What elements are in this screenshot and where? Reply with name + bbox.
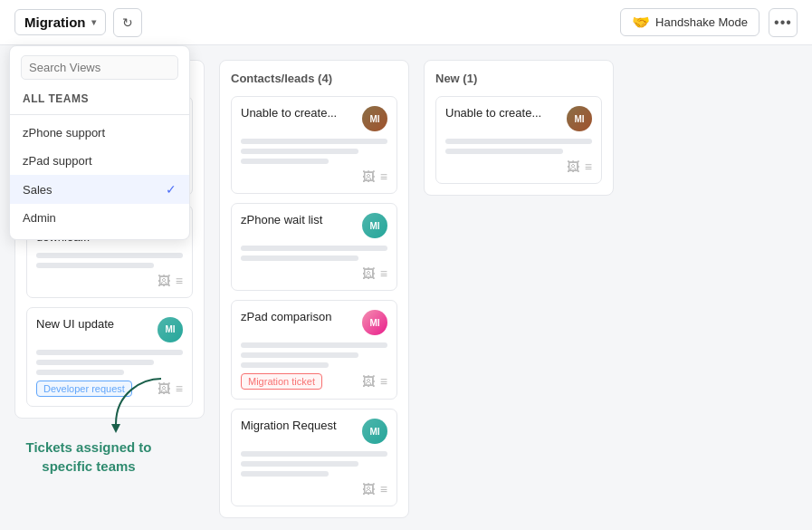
check-icon: ✓ [166, 182, 177, 197]
more-options-button[interactable]: ••• [769, 8, 798, 37]
column-new-header: New (1) [435, 72, 602, 85]
card-top: Unable to create... MI [241, 106, 387, 131]
card-top: zPad comparison MI [241, 310, 387, 335]
search-views-input[interactable] [21, 55, 178, 80]
skeleton-line [241, 342, 387, 348]
card-title: Unable to create... [241, 106, 357, 121]
migration-dropdown-button[interactable]: Migration ▾ [14, 9, 106, 35]
card-footer: 🖼 ≡ [241, 169, 387, 184]
handshake-label: Handshake Mode [655, 15, 748, 29]
avatar: MI [158, 317, 183, 342]
list-icon[interactable]: ≡ [380, 374, 387, 389]
column-contacts: Contacts/leads (4) Unable to create... M… [219, 60, 409, 518]
card-top: New UI update MI [36, 317, 183, 342]
avatar: MI [362, 106, 387, 131]
skeleton-line [36, 360, 154, 365]
list-icon[interactable]: ≡ [380, 482, 387, 496]
attachment-icon[interactable]: 🖼 [158, 274, 170, 288]
migration-title: Migration [24, 14, 86, 30]
avatar: MI [362, 419, 387, 444]
header-right: 🤝 Handshake Mode ••• [620, 8, 798, 37]
avatar: MI [362, 213, 387, 238]
list-icon[interactable]: ≡ [380, 169, 387, 184]
skeleton-line [241, 246, 387, 251]
skeleton-line [36, 350, 183, 355]
card-zpad-comparison[interactable]: zPad comparison MI Migration ticket 🖼 ≡ [231, 300, 397, 400]
card-unable-create-1[interactable]: Unable to create... MI 🖼 ≡ [231, 96, 397, 194]
card-zphone-wait[interactable]: zPhone wait list MI 🖼 ≡ [231, 203, 397, 291]
skeleton-line [241, 352, 358, 358]
dropdown-divider [10, 114, 189, 115]
card-actions: 🖼 ≡ [362, 374, 387, 389]
attachment-icon[interactable]: 🖼 [362, 266, 375, 281]
skeleton-line [445, 139, 592, 144]
card-title: zPad comparison [241, 310, 357, 325]
card-migration-request[interactable]: Migration Request MI 🖼 ≡ [231, 409, 397, 506]
card-unable-create-2[interactable]: Unable to create... MI 🖼 ≡ [435, 96, 602, 184]
zpad-label: zPad support [23, 154, 92, 168]
attachment-icon[interactable]: 🖼 [362, 374, 375, 389]
zphone-label: zPhone support [23, 126, 105, 140]
admin-label: Admin [23, 211, 56, 225]
card-top: Migration Request MI [241, 419, 387, 444]
handshake-mode-button[interactable]: 🤝 Handshake Mode [620, 8, 759, 36]
skeleton-line [241, 471, 329, 477]
card-title: Unable to create... [445, 106, 561, 121]
dropdown-item-all-teams[interactable]: ALL TEAMS [10, 87, 189, 111]
card-title: zPhone wait list [241, 213, 357, 228]
svg-marker-0 [111, 424, 120, 433]
more-icon: ••• [774, 14, 792, 31]
attachment-icon[interactable]: 🖼 [362, 482, 375, 496]
card-actions: 🖼 ≡ [362, 169, 387, 184]
card-actions: 🖼 ≡ [158, 274, 183, 288]
chevron-down-icon: ▾ [91, 17, 96, 27]
annotation-text: Tickets assigned tospecific teams [16, 438, 161, 476]
card-footer: 🖼 ≡ [445, 159, 592, 174]
dropdown-item-zpad[interactable]: zPad support [10, 147, 189, 175]
refresh-icon: ↻ [122, 15, 133, 30]
skeleton-line [241, 149, 358, 154]
header: Migration ▾ ↻ 🤝 Handshake Mode ••• [0, 0, 812, 45]
list-icon[interactable]: ≡ [585, 159, 592, 174]
skeleton-line [36, 263, 154, 268]
card-footer: Migration ticket 🖼 ≡ [241, 373, 387, 390]
sales-label: Sales [23, 183, 53, 197]
card-top: zPhone wait list MI [241, 213, 387, 238]
card-actions: 🖼 ≡ [567, 159, 592, 174]
card-actions: 🖼 ≡ [362, 482, 387, 496]
dropdown-item-sales[interactable]: Sales ✓ [10, 175, 189, 204]
all-teams-label: ALL TEAMS [23, 92, 89, 105]
skeleton-line [445, 149, 563, 154]
skeleton-line [241, 139, 387, 144]
avatar: MI [567, 106, 592, 131]
teams-dropdown: ALL TEAMS zPhone support zPad support Sa… [9, 45, 190, 240]
card-title: New UI update [36, 317, 152, 332]
card-title: Migration Request [241, 419, 357, 434]
dropdown-item-admin[interactable]: Admin [10, 204, 189, 232]
annotation: Tickets assigned tospecific teams [16, 438, 161, 476]
skeleton-line [241, 461, 358, 467]
dropdown-item-zphone[interactable]: zPhone support [10, 119, 189, 147]
attachment-icon[interactable]: 🖼 [567, 159, 579, 174]
skeleton-line [36, 253, 183, 258]
card-footer: 🖼 ≡ [241, 482, 387, 496]
skeleton-line [241, 362, 329, 368]
column-new: New (1) Unable to create... MI 🖼 ≡ [424, 60, 614, 196]
column-contacts-header: Contacts/leads (4) [231, 72, 397, 85]
annotation-arrow [107, 374, 179, 438]
card-actions: 🖼 ≡ [362, 266, 387, 281]
card-top: Unable to create... MI [445, 106, 592, 131]
attachment-icon[interactable]: 🖼 [362, 169, 375, 184]
card-footer: 🖼 ≡ [241, 266, 387, 281]
list-icon[interactable]: ≡ [176, 274, 183, 288]
list-icon[interactable]: ≡ [380, 266, 387, 281]
skeleton-line [241, 451, 387, 457]
avatar: MI [362, 310, 387, 335]
tag-migration: Migration ticket [241, 373, 322, 390]
header-left: Migration ▾ ↻ [14, 8, 142, 37]
refresh-button[interactable]: ↻ [113, 8, 142, 37]
skeleton-line [241, 255, 358, 261]
card-footer: 🖼 ≡ [36, 274, 183, 288]
handshake-icon: 🤝 [632, 14, 650, 31]
skeleton-line [241, 159, 329, 164]
